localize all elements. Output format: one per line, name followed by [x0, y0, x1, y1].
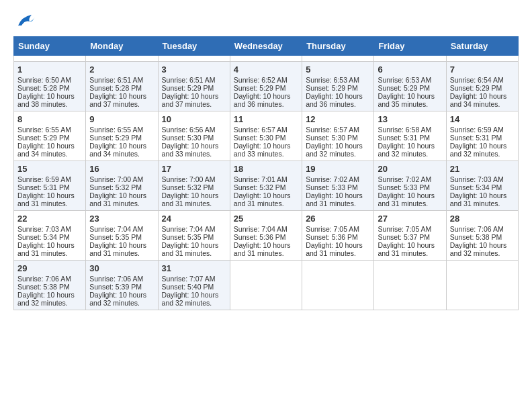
calendar-cell: 24Sunrise: 7:04 AMSunset: 5:35 PMDayligh…: [158, 211, 230, 261]
calendar-cell: 18Sunrise: 7:01 AMSunset: 5:32 PMDayligh…: [230, 161, 302, 211]
sunset: Sunset: 5:40 PM: [162, 283, 214, 291]
calendar-cell: 8Sunrise: 6:55 AMSunset: 5:29 PMDaylight…: [14, 111, 86, 161]
sunset: Sunset: 5:36 PM: [306, 233, 358, 241]
week-row-1: 1Sunrise: 6:50 AMSunset: 5:28 PMDaylight…: [14, 62, 519, 111]
calendar-cell: 16Sunrise: 7:00 AMSunset: 5:32 PMDayligh…: [86, 161, 158, 211]
sunset: Sunset: 5:30 PM: [306, 134, 358, 142]
week-row-5: 29Sunrise: 7:06 AMSunset: 5:38 PMDayligh…: [14, 261, 519, 310]
calendar-cell: [14, 56, 86, 62]
sunrise: Sunrise: 6:53 AM: [306, 76, 359, 84]
daylight: Daylight: 10 hours and 37 minutes.: [162, 92, 219, 108]
daylight: Daylight: 10 hours and 31 minutes.: [17, 241, 75, 257]
sunrise: Sunrise: 7:03 AM: [17, 225, 71, 233]
calendar-cell: 13Sunrise: 6:58 AMSunset: 5:31 PMDayligh…: [374, 111, 446, 161]
day-number: 6: [378, 64, 442, 75]
daylight: Daylight: 10 hours and 32 minutes.: [162, 291, 219, 307]
day-number: 10: [162, 114, 226, 124]
sunset: Sunset: 5:34 PM: [450, 183, 502, 191]
calendar-cell: 25Sunrise: 7:04 AMSunset: 5:36 PMDayligh…: [230, 211, 302, 261]
sunset: Sunset: 5:29 PM: [306, 84, 358, 92]
daylight: Daylight: 10 hours and 36 minutes.: [306, 92, 363, 108]
day-number: 14: [450, 114, 515, 124]
day-number: 21: [450, 164, 515, 174]
calendar-cell: 27Sunrise: 7:05 AMSunset: 5:37 PMDayligh…: [374, 211, 446, 261]
day-number: 16: [89, 164, 154, 174]
daylight: Daylight: 10 hours and 31 minutes.: [450, 191, 507, 208]
sunrise: Sunrise: 7:04 AM: [162, 225, 216, 233]
logo-bird-icon: [15, 13, 35, 30]
day-number: 15: [17, 164, 82, 174]
week-row-3: 15Sunrise: 6:59 AMSunset: 5:31 PMDayligh…: [14, 161, 519, 211]
day-header-wednesday: Wednesday: [230, 37, 302, 56]
sunrise: Sunrise: 6:58 AM: [378, 126, 431, 134]
daylight: Daylight: 10 hours and 34 minutes.: [89, 142, 146, 158]
sunrise: Sunrise: 6:52 AM: [234, 76, 287, 84]
daylight: Daylight: 10 hours and 38 minutes.: [17, 92, 75, 108]
sunrise: Sunrise: 7:02 AM: [306, 175, 359, 183]
day-number: 3: [162, 64, 226, 75]
day-header-sunday: Sunday: [14, 37, 86, 56]
sunset: Sunset: 5:29 PM: [234, 84, 286, 92]
calendar-cell: 20Sunrise: 7:02 AMSunset: 5:33 PMDayligh…: [374, 161, 446, 211]
sunset: Sunset: 5:28 PM: [17, 84, 70, 92]
sunset: Sunset: 5:29 PM: [17, 134, 70, 142]
sunset: Sunset: 5:29 PM: [378, 84, 430, 92]
daylight: Daylight: 10 hours and 32 minutes.: [450, 241, 507, 257]
day-number: 13: [378, 114, 442, 124]
calendar-cell: 14Sunrise: 6:59 AMSunset: 5:31 PMDayligh…: [446, 111, 518, 161]
sunset: Sunset: 5:39 PM: [89, 283, 142, 291]
sunset: Sunset: 5:29 PM: [89, 134, 142, 142]
calendar-cell: 12Sunrise: 6:57 AMSunset: 5:30 PMDayligh…: [302, 111, 374, 161]
header-row: SundayMondayTuesdayWednesdayThursdayFrid…: [14, 37, 519, 56]
day-number: 28: [450, 214, 515, 224]
logo: [13, 13, 35, 30]
day-number: 22: [17, 214, 82, 224]
sunrise: Sunrise: 7:04 AM: [234, 225, 287, 233]
sunrise: Sunrise: 7:06 AM: [450, 225, 504, 233]
sunrise: Sunrise: 7:06 AM: [17, 275, 71, 283]
sunset: Sunset: 5:34 PM: [17, 233, 70, 241]
sunrise: Sunrise: 6:54 AM: [450, 76, 504, 84]
day-number: 24: [162, 214, 226, 224]
day-number: 27: [378, 214, 442, 224]
calendar-cell: [446, 56, 518, 62]
page-header: [13, 13, 519, 30]
sunrise: Sunrise: 6:51 AM: [89, 76, 143, 84]
sunset: Sunset: 5:33 PM: [306, 183, 358, 191]
daylight: Daylight: 10 hours and 31 minutes.: [89, 241, 146, 257]
sunset: Sunset: 5:28 PM: [89, 84, 142, 92]
calendar-cell: [86, 56, 158, 62]
week-row-0: [14, 56, 519, 62]
day-header-saturday: Saturday: [446, 37, 518, 56]
sunset: Sunset: 5:31 PM: [450, 134, 502, 142]
day-number: 4: [234, 64, 298, 75]
sunrise: Sunrise: 7:06 AM: [89, 275, 143, 283]
sunrise: Sunrise: 7:04 AM: [89, 225, 143, 233]
calendar-cell: 5Sunrise: 6:53 AMSunset: 5:29 PMDaylight…: [302, 62, 374, 111]
daylight: Daylight: 10 hours and 31 minutes.: [306, 191, 363, 208]
calendar-cell: [302, 56, 374, 62]
calendar-cell: 2Sunrise: 6:51 AMSunset: 5:28 PMDaylight…: [86, 62, 158, 111]
calendar-cell: 17Sunrise: 7:00 AMSunset: 5:32 PMDayligh…: [158, 161, 230, 211]
sunrise: Sunrise: 7:05 AM: [378, 225, 431, 233]
calendar-cell: 30Sunrise: 7:06 AMSunset: 5:39 PMDayligh…: [86, 261, 158, 310]
calendar-cell: 1Sunrise: 6:50 AMSunset: 5:28 PMDaylight…: [14, 62, 86, 111]
week-row-2: 8Sunrise: 6:55 AMSunset: 5:29 PMDaylight…: [14, 111, 519, 161]
day-number: 17: [162, 164, 226, 174]
week-row-4: 22Sunrise: 7:03 AMSunset: 5:34 PMDayligh…: [14, 211, 519, 261]
calendar-cell: 28Sunrise: 7:06 AMSunset: 5:38 PMDayligh…: [446, 211, 518, 261]
sunset: Sunset: 5:37 PM: [378, 233, 430, 241]
day-number: 18: [234, 164, 298, 174]
sunset: Sunset: 5:32 PM: [89, 183, 142, 191]
daylight: Daylight: 10 hours and 32 minutes.: [450, 142, 507, 158]
day-number: 31: [162, 263, 226, 273]
daylight: Daylight: 10 hours and 34 minutes.: [450, 92, 507, 108]
day-number: 7: [450, 64, 515, 75]
calendar-cell: [230, 261, 302, 310]
daylight: Daylight: 10 hours and 31 minutes.: [89, 191, 146, 208]
sunrise: Sunrise: 7:05 AM: [306, 225, 359, 233]
sunset: Sunset: 5:33 PM: [378, 183, 430, 191]
calendar-cell: 22Sunrise: 7:03 AMSunset: 5:34 PMDayligh…: [14, 211, 86, 261]
calendar-cell: [374, 56, 446, 62]
calendar-cell: 6Sunrise: 6:53 AMSunset: 5:29 PMDaylight…: [374, 62, 446, 111]
